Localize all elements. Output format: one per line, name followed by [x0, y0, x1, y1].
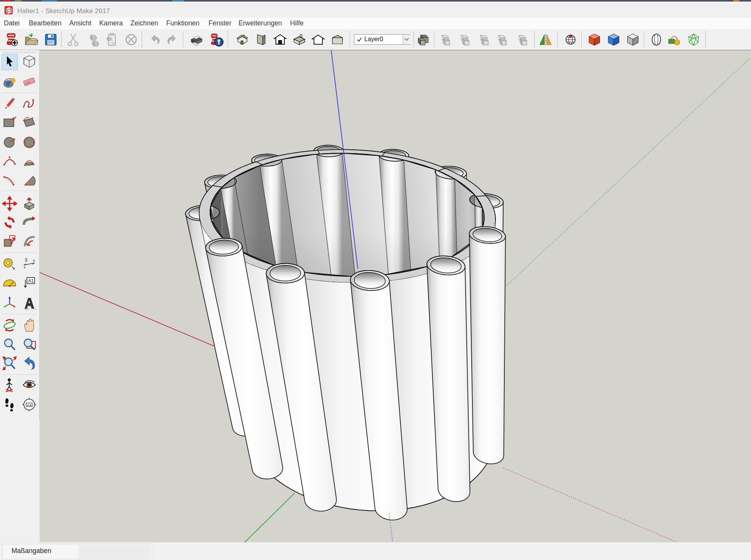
- svg-text:.skp: .skp: [111, 42, 115, 44]
- svg-text:3: 3: [25, 257, 27, 263]
- svg-text:A1: A1: [28, 278, 34, 284]
- svg-text:A·B: A·B: [27, 404, 32, 406]
